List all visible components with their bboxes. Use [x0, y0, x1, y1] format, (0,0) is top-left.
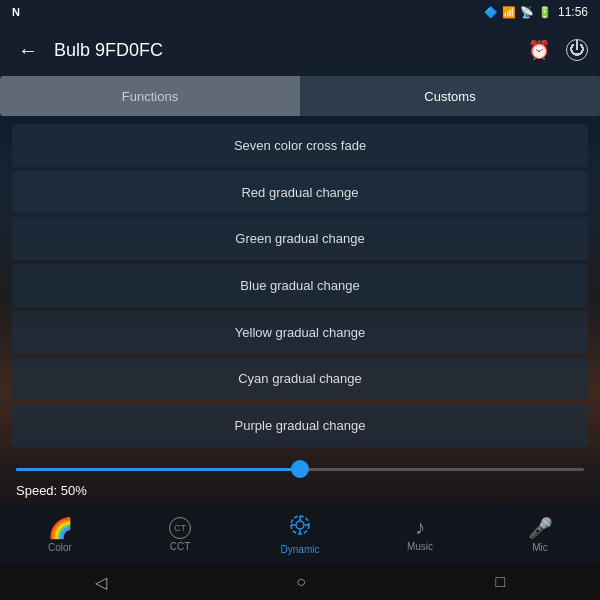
tab-functions[interactable]: Functions — [0, 76, 300, 116]
alarm-icon[interactable]: ⏰ — [528, 39, 550, 61]
main-content: N 🔷 📶 📡 🔋 11:56 ← Bulb 9FD0FC ⏰ ⏻ Functi… — [0, 0, 600, 600]
list-item-cyan-gradual[interactable]: Cyan gradual change — [12, 358, 588, 401]
nav-item-cct[interactable]: CT CCT — [120, 517, 240, 552]
nav-item-color[interactable]: 🌈 Color — [0, 516, 120, 553]
tab-functions-label: Functions — [122, 89, 178, 104]
tab-customs[interactable]: Customs — [300, 76, 600, 116]
list-item-red-gradual-label: Red gradual change — [241, 185, 358, 200]
nav-label-color: Color — [48, 542, 72, 553]
slider-fill — [16, 468, 300, 471]
android-recents-button[interactable]: □ — [496, 573, 506, 591]
cct-icon: CT — [169, 517, 191, 539]
tab-bar: Functions Customs — [0, 76, 600, 116]
effects-list: Seven color cross fade Red gradual chang… — [0, 116, 600, 451]
nav-item-music[interactable]: ♪ Music — [360, 516, 480, 552]
nav-item-mic[interactable]: 🎤 Mic — [480, 516, 600, 553]
nav-label-music: Music — [407, 541, 433, 552]
page-title: Bulb 9FD0FC — [54, 40, 518, 61]
android-home-button[interactable]: ○ — [296, 573, 306, 591]
speed-section: Speed: 50% — [0, 451, 600, 504]
nav-label-mic: Mic — [532, 542, 548, 553]
status-left-icon: N — [12, 6, 20, 18]
bottom-nav: 🌈 Color CT CCT Dynami — [0, 504, 600, 564]
list-item-purple-gradual[interactable]: Purple gradual change — [12, 404, 588, 447]
status-bar: N 🔷 📶 📡 🔋 11:56 — [0, 0, 600, 24]
list-item-blue-gradual-label: Blue gradual change — [240, 278, 359, 293]
android-nav-bar: ◁ ○ □ — [0, 564, 600, 600]
list-item-seven-color[interactable]: Seven color cross fade — [12, 124, 588, 167]
nav-label-dynamic: Dynamic — [281, 544, 320, 555]
music-icon: ♪ — [415, 516, 425, 539]
color-icon: 🌈 — [48, 516, 73, 540]
slider-thumb[interactable] — [291, 460, 309, 478]
list-item-purple-gradual-label: Purple gradual change — [235, 418, 366, 433]
speed-slider-container[interactable] — [16, 459, 584, 479]
status-right-group: 🔷 📶 📡 🔋 11:56 — [484, 5, 588, 19]
power-icon[interactable]: ⏻ — [566, 39, 588, 61]
android-back-button[interactable]: ◁ — [95, 573, 107, 592]
list-item-green-gradual[interactable]: Green gradual change — [12, 217, 588, 260]
status-time: 11:56 — [558, 5, 588, 19]
wifi-icon: 📶 — [502, 6, 516, 19]
nav-item-dynamic[interactable]: Dynamic — [240, 514, 360, 555]
list-item-yellow-gradual-label: Yellow gradual change — [235, 325, 365, 340]
list-item-blue-gradual[interactable]: Blue gradual change — [12, 264, 588, 307]
nav-label-cct: CCT — [170, 541, 191, 552]
signal-icon: 📡 — [520, 6, 534, 19]
svg-point-1 — [296, 521, 304, 529]
list-item-seven-color-label: Seven color cross fade — [234, 138, 366, 153]
tab-customs-label: Customs — [424, 89, 475, 104]
header: ← Bulb 9FD0FC ⏰ ⏻ — [0, 24, 600, 76]
list-item-cyan-gradual-label: Cyan gradual change — [238, 371, 362, 386]
header-actions: ⏰ ⏻ — [528, 39, 588, 61]
back-button[interactable]: ← — [12, 35, 44, 66]
dynamic-icon — [289, 514, 311, 542]
slider-track — [16, 468, 584, 471]
bluetooth-icon: 🔷 — [484, 6, 498, 19]
list-item-green-gradual-label: Green gradual change — [235, 231, 364, 246]
battery-icon: 🔋 — [538, 6, 552, 19]
speed-label: Speed: 50% — [16, 483, 584, 498]
phone-container: N 🔷 📶 📡 🔋 11:56 ← Bulb 9FD0FC ⏰ ⏻ Functi… — [0, 0, 600, 600]
list-item-red-gradual[interactable]: Red gradual change — [12, 171, 588, 214]
list-item-yellow-gradual[interactable]: Yellow gradual change — [12, 311, 588, 354]
mic-icon: 🎤 — [528, 516, 553, 540]
